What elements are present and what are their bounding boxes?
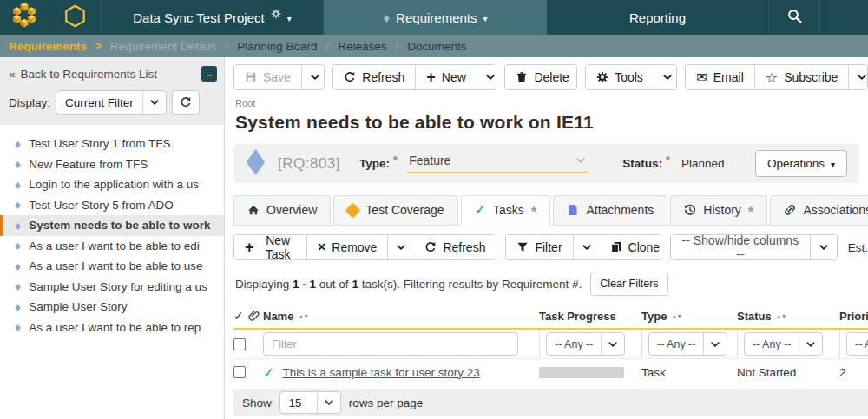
- task-name-link[interactable]: This is a sample task for user story 23: [282, 366, 479, 379]
- requirement-list-item[interactable]: ♦Sample User Story for editing a us: [0, 277, 224, 298]
- breadcrumb-requirements[interactable]: Requirements: [9, 40, 87, 53]
- sidebar-refresh-button[interactable]: [172, 90, 200, 115]
- breadcrumb-documents[interactable]: Documents: [407, 40, 466, 53]
- tab-test-coverage[interactable]: Test Coverage: [333, 195, 457, 225]
- tab-tasks[interactable]: ✓ Tasks *: [461, 195, 551, 226]
- column-header-priority[interactable]: Priority: [839, 310, 868, 323]
- operations-button[interactable]: Operations ▾: [755, 150, 847, 177]
- refresh-button[interactable]: Refresh: [333, 65, 415, 89]
- refresh-icon: [344, 71, 356, 83]
- remove-task-button[interactable]: × Remove: [306, 235, 387, 259]
- filter-dropdown-button[interactable]: [573, 235, 600, 259]
- tasks-refresh-button[interactable]: Refresh: [414, 235, 496, 259]
- task-table-header: ✓ Name ▲▼ Task Progress Type ▲▼ Status ▲…: [233, 304, 868, 330]
- requirement-label: Login to the application with a us: [29, 178, 199, 191]
- column-header-name[interactable]: Name: [263, 310, 293, 323]
- requirement-diamond-icon: ♦: [15, 157, 21, 171]
- refresh-label: Refresh: [362, 70, 404, 84]
- requirement-list-item[interactable]: ♦Test User Story 1 from TFS: [0, 134, 224, 154]
- caret-down-icon: ▾: [831, 160, 835, 169]
- type-filter-select[interactable]: -- Any --: [648, 332, 727, 356]
- tools-dropdown-button[interactable]: [654, 65, 677, 89]
- new-button[interactable]: + New: [415, 65, 477, 89]
- sort-arrows-icon[interactable]: ▲▼: [671, 313, 681, 319]
- nav-reporting[interactable]: Reporting: [547, 0, 768, 35]
- type-label: Type:: [359, 157, 390, 170]
- requirement-list-item[interactable]: ♦Test User Story 5 from ADO: [0, 195, 224, 216]
- trash-icon: [516, 71, 528, 83]
- nav-reporting-label: Reporting: [629, 10, 686, 25]
- requirement-diamond-icon: ♦: [15, 300, 21, 314]
- priority-filter-select[interactable]: -- Any --: [846, 332, 868, 356]
- breadcrumb-separator: /: [326, 40, 329, 53]
- chevron-down-icon: [485, 72, 496, 82]
- select-all-checkbox[interactable]: [233, 338, 246, 350]
- sort-arrows-icon[interactable]: ▲▼: [776, 313, 786, 319]
- save-dropdown-button[interactable]: [301, 65, 325, 89]
- requirement-list-item[interactable]: ♦As a user I want to be able to rep: [0, 318, 224, 338]
- name-filter-input[interactable]: [263, 332, 518, 356]
- sort-arrows-icon[interactable]: ▲▼: [298, 313, 308, 319]
- chevron-down-icon: [601, 333, 624, 355]
- detail-toolbar: Save Refresh + New Delete: [233, 57, 868, 95]
- save-button[interactable]: Save: [234, 65, 301, 89]
- project-selector[interactable]: Data Sync Test Project ▾: [102, 0, 324, 35]
- back-to-requirements-link[interactable]: « Back to Requirements List: [9, 68, 157, 81]
- est-effort-label: Est.: [848, 241, 868, 254]
- display-filter-select[interactable]: Current Filter: [56, 90, 167, 115]
- requirement-list-item[interactable]: ♦New Feature from TFS: [0, 154, 224, 175]
- clear-filters-button[interactable]: Clear Filters: [590, 272, 667, 296]
- delete-button[interactable]: Delete: [505, 65, 577, 89]
- spira-cubes-logo[interactable]: [0, 0, 49, 35]
- tab-label: History: [703, 203, 741, 217]
- search-icon: [787, 9, 802, 26]
- progress-filter-select[interactable]: -- Any --: [546, 332, 625, 356]
- workspace-hexagon-logo[interactable]: [49, 0, 102, 35]
- status-filter-select[interactable]: -- Any --: [744, 332, 823, 356]
- parent-folder-label: Root: [235, 98, 868, 108]
- column-header-type[interactable]: Type: [641, 310, 667, 323]
- tasks-refresh-label: Refresh: [443, 240, 485, 254]
- requirement-list-item-selected[interactable]: ♦System needs to be able to work: [0, 215, 224, 236]
- nav-requirements[interactable]: ♦ Requirements ▾: [324, 0, 547, 35]
- tab-attachments[interactable]: Attachments: [553, 195, 667, 225]
- type-select[interactable]: Feature: [407, 154, 588, 173]
- delete-label: Delete: [534, 70, 569, 84]
- requirement-diamond-icon: ♦: [15, 279, 21, 293]
- requirement-diamond-icon: ♦: [15, 198, 21, 212]
- requirement-list-item[interactable]: ♦Sample User Story: [0, 297, 224, 318]
- tab-label: Associations: [803, 203, 868, 217]
- remove-dropdown-button[interactable]: [387, 235, 414, 259]
- minus-icon: –: [206, 69, 212, 80]
- breadcrumb-releases[interactable]: Releases: [338, 40, 386, 53]
- double-chevron-left-icon: «: [9, 68, 16, 81]
- requirement-list-item[interactable]: ♦As a user I want to be able to use: [0, 256, 224, 277]
- requirement-list-item[interactable]: ♦As a user I want to be able to edi: [0, 236, 224, 257]
- display-label: Display:: [9, 96, 50, 109]
- new-task-button[interactable]: + New Task: [234, 235, 306, 259]
- requirement-list-item[interactable]: ♦Login to the application with a us: [0, 174, 224, 195]
- chevron-down-icon: [396, 242, 406, 252]
- row-checkbox[interactable]: [233, 366, 246, 378]
- subscribe-button[interactable]: ☆ Subscribe: [754, 65, 849, 89]
- tab-overview[interactable]: Overview: [233, 195, 331, 225]
- tab-history[interactable]: History *: [670, 195, 767, 225]
- requirement-label: As a user I want to be able to use: [29, 259, 202, 272]
- collapse-sidebar-button[interactable]: –: [201, 66, 217, 82]
- rows-per-page-select[interactable]: 15: [279, 391, 341, 414]
- column-header-status[interactable]: Status: [737, 310, 772, 323]
- filter-button[interactable]: Filter: [506, 235, 572, 259]
- search-button[interactable]: [768, 0, 820, 35]
- new-dropdown-button[interactable]: [477, 65, 497, 89]
- breadcrumb-planning-board[interactable]: Planning Board: [237, 40, 317, 53]
- tools-button[interactable]: Tools: [586, 65, 654, 89]
- clone-button[interactable]: Clone: [600, 235, 661, 259]
- columns-dropdown-button[interactable]: [810, 235, 837, 259]
- task-row: ✓ This is a sample task for user story 2…: [233, 359, 868, 385]
- task-check-icon: ✓: [475, 203, 486, 217]
- tab-associations[interactable]: Associations: [770, 195, 868, 225]
- subscribe-dropdown-button[interactable]: [848, 65, 868, 89]
- show-hide-columns-select[interactable]: -- Show/hide columns --: [671, 235, 810, 259]
- email-button[interactable]: ✉ Email: [686, 65, 754, 89]
- select-all-check-icon[interactable]: ✓: [233, 309, 244, 323]
